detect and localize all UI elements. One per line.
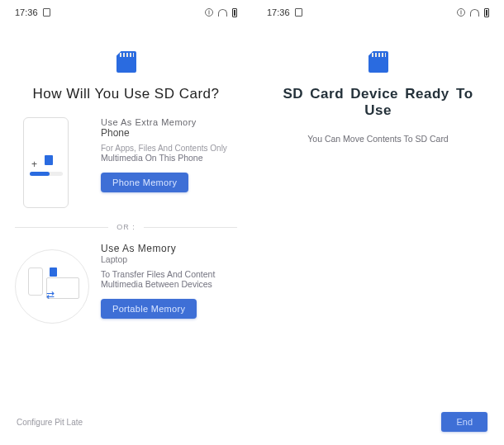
illustration-laptop: ⇄ [15,243,89,334]
or-divider: OR : [15,223,237,231]
page-title: SD Card Device Ready To Use [267,86,489,119]
option-phone-memory: + Use As Extra Memory Phone For Apps, Fi… [15,117,237,208]
option2-title: Use As Memory [101,243,237,254]
screen-setup: 17:36 How Will You Use SD Card? + Use As… [0,0,252,445]
transfer-icon: ⇄ [46,289,55,301]
sd-card-icon [368,51,388,73]
clock: 17:36 [15,7,38,17]
clock: 17:36 [267,7,290,17]
phone-memory-button[interactable]: Phone Memory [101,173,188,192]
or-label: OR : [108,223,144,231]
plus-icon: + [31,159,37,170]
option2-subtitle: Laptop [101,254,237,264]
statusbar-right [205,8,237,17]
option1-subtitle: Phone [101,127,237,139]
statusbar: 17:36 [15,0,237,20]
configure-later-link[interactable]: Configure Pit Late [17,418,83,427]
screen-ready: 17:36 SD Card Device Ready To Use You Ca… [252,0,504,445]
dnd-icon [457,8,465,17]
dnd-icon [205,8,213,17]
option1-title: Use As Extra Memory [101,117,237,127]
option1-note2: Multimedia On This Phone [101,153,237,163]
battery-icon [484,8,489,17]
end-button[interactable]: End [441,412,487,432]
progress-bar-icon [30,172,63,176]
statusbar-right [457,8,489,17]
ready-message: You Can Move Contents To SD Card [267,134,489,144]
wifi-icon [218,9,227,17]
option2-note2: Multimedia Between Devices [101,279,237,289]
portable-memory-button[interactable]: Portable Memory [101,299,197,319]
battery-icon [232,8,237,17]
option1-note1: For Apps, Files And Contents Only [101,144,237,153]
sd-mini-icon [50,267,57,277]
wifi-icon [470,9,479,17]
page-title: How Will You Use SD Card? [15,86,237,102]
notification-doc-icon [295,8,302,17]
option2-note1: To Transfer Files And Content [101,269,237,279]
illustration-phone: + [15,117,89,208]
notification-doc-icon [43,8,50,17]
statusbar: 17:36 [267,0,489,20]
sd-card-icon [116,51,136,73]
sd-mini-icon [45,155,53,165]
option-portable-memory: ⇄ Use As Memory Laptop To Transfer Files… [15,243,237,334]
